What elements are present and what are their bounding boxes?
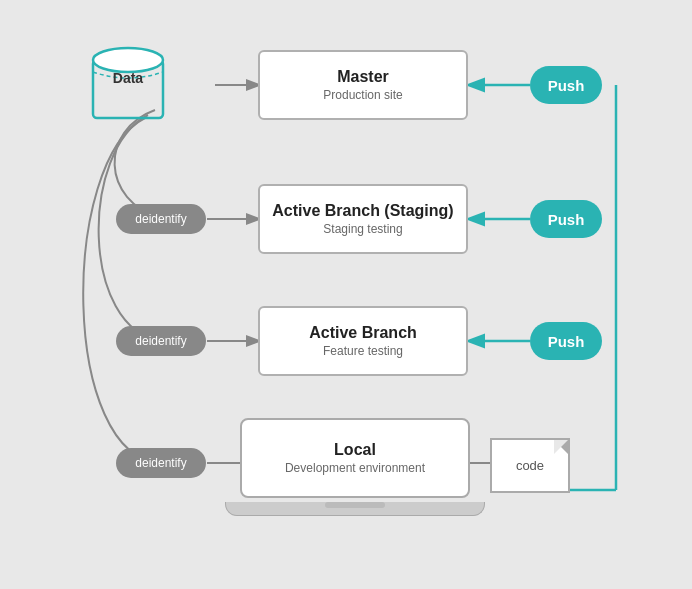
local-subtitle: Development environment [285,461,425,475]
feature-title: Active Branch [309,324,417,342]
master-subtitle: Production site [323,88,402,102]
deidentify-local-button[interactable]: deidentify [116,448,206,478]
feature-subtitle: Feature testing [323,344,403,358]
local-title: Local [334,441,376,459]
deidentify-feature-button[interactable]: deidentify [116,326,206,356]
push-staging-button[interactable]: Push [530,200,602,238]
staging-node: Active Branch (Staging) Staging testing [258,184,468,254]
push-master-button[interactable]: Push [530,66,602,104]
deidentify-feature-label: deidentify [135,334,186,348]
staging-title: Active Branch (Staging) [272,202,453,220]
push-staging-label: Push [548,211,585,228]
data-label: Data [88,70,168,86]
svg-point-12 [93,48,163,72]
push-feature-button[interactable]: Push [530,322,602,360]
push-master-label: Push [548,77,585,94]
push-feature-label: Push [548,333,585,350]
staging-subtitle: Staging testing [323,222,402,236]
code-box: code [490,438,570,493]
master-title: Master [337,68,389,86]
local-node: Local Development environment [240,418,485,516]
master-node: Master Production site [258,50,468,120]
deidentify-staging-label: deidentify [135,212,186,226]
code-label: code [516,458,544,473]
feature-node: Active Branch Feature testing [258,306,468,376]
deidentify-staging-button[interactable]: deidentify [116,204,206,234]
data-cylinder: Data [88,42,168,132]
deidentify-local-label: deidentify [135,456,186,470]
